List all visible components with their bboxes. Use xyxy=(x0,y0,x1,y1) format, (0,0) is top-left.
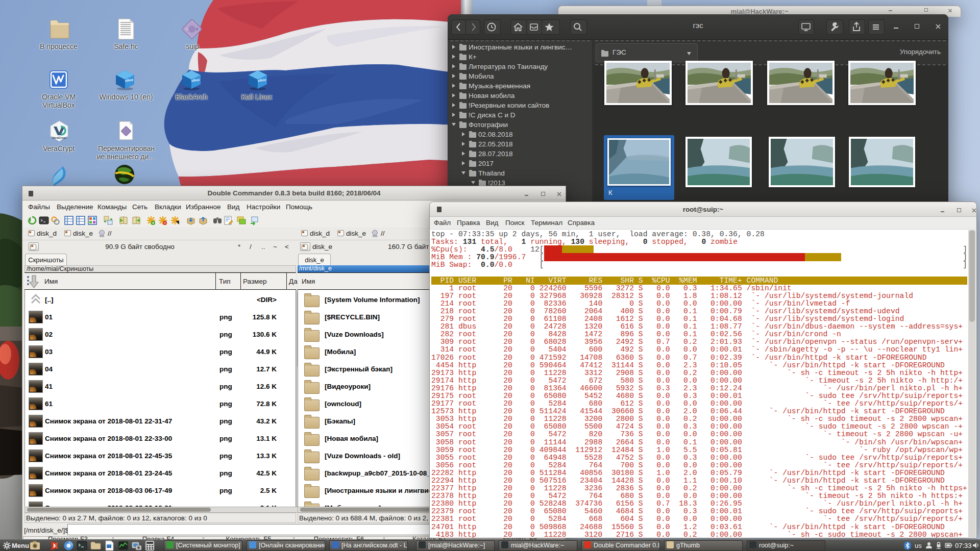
svg-text:VeraCrypt: VeraCrypt xyxy=(52,136,66,139)
